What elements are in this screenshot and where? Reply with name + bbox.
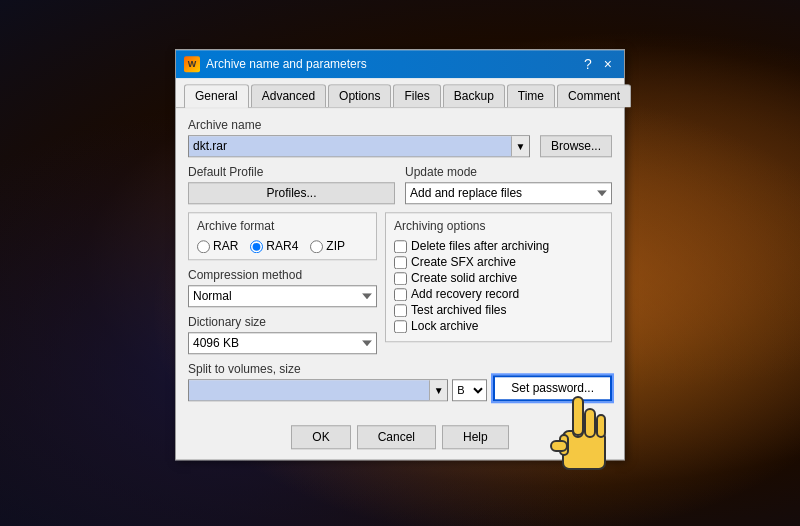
checkbox-sfx-archive[interactable]: Create SFX archive	[394, 255, 603, 269]
default-profile-label: Default Profile	[188, 165, 395, 179]
dialog-body: Archive name ▼ Browse... Default Profile…	[176, 108, 624, 419]
profile-update-row: Default Profile Profiles... Update mode …	[188, 165, 612, 204]
cancel-button[interactable]: Cancel	[357, 425, 436, 449]
split-volumes-input[interactable]	[189, 380, 429, 400]
split-volumes-row: ▼ B KB MB GB	[188, 379, 487, 401]
checkbox-solid-archive[interactable]: Create solid archive	[394, 271, 603, 285]
title-bar: W Archive name and parameters ? ×	[176, 50, 624, 78]
archiving-options-box: Archiving options Delete files after arc…	[385, 212, 612, 342]
split-volumes-input-wrapper[interactable]: ▼	[188, 379, 448, 401]
help-button[interactable]: Help	[442, 425, 509, 449]
archiving-options-title: Archiving options	[394, 219, 603, 233]
archive-format-title: Archive format	[197, 219, 368, 233]
tab-options[interactable]: Options	[328, 84, 391, 107]
archive-format-radios: RAR RAR4 ZIP	[197, 239, 368, 253]
close-title-button[interactable]: ×	[600, 57, 616, 71]
browse-button[interactable]: Browse...	[540, 135, 612, 157]
checkbox-delete-files[interactable]: Delete files after archiving	[394, 239, 603, 253]
tab-general[interactable]: General	[184, 84, 249, 108]
radio-rar4[interactable]: RAR4	[250, 239, 298, 253]
compression-method-label: Compression method	[188, 268, 377, 282]
archive-name-dropdown[interactable]: ▼	[511, 136, 529, 156]
tab-files[interactable]: Files	[393, 84, 440, 107]
radio-rar[interactable]: RAR	[197, 239, 238, 253]
tabs-container: General Advanced Options Files Backup Ti…	[176, 78, 624, 108]
archive-name-label: Archive name	[188, 118, 530, 132]
tab-backup[interactable]: Backup	[443, 84, 505, 107]
archive-name-field[interactable]: ▼	[188, 135, 530, 157]
ok-button[interactable]: OK	[291, 425, 350, 449]
dialog-title: Archive name and parameters	[206, 57, 367, 71]
format-options-row: Archive format RAR RAR4 ZIP	[188, 212, 612, 354]
split-volumes-dropdown[interactable]: ▼	[429, 380, 447, 400]
tab-time[interactable]: Time	[507, 84, 555, 107]
set-password-button[interactable]: Set password...	[493, 375, 612, 401]
checkbox-recovery-record[interactable]: Add recovery record	[394, 287, 603, 301]
profiles-button[interactable]: Profiles...	[188, 182, 395, 204]
update-mode-select[interactable]: Add and replace files Update and add fil…	[405, 182, 612, 204]
archive-name-row: Archive name ▼ Browse...	[188, 118, 612, 157]
checkbox-test-files[interactable]: Test archived files	[394, 303, 603, 317]
dialog-footer: OK Cancel Help	[176, 419, 624, 459]
dialog: W Archive name and parameters ? × Genera…	[175, 49, 625, 460]
tab-advanced[interactable]: Advanced	[251, 84, 326, 107]
archive-format-box: Archive format RAR RAR4 ZIP	[188, 212, 377, 260]
help-title-button[interactable]: ?	[580, 57, 596, 71]
checkbox-lock-archive[interactable]: Lock archive	[394, 319, 603, 333]
update-mode-label: Update mode	[405, 165, 612, 179]
split-volumes-label: Split to volumes, size	[188, 362, 487, 376]
radio-zip[interactable]: ZIP	[310, 239, 345, 253]
dictionary-size-select[interactable]: 128 KB 256 KB 512 KB 1024 KB 2048 KB 409…	[188, 332, 377, 354]
compression-method-select[interactable]: Store Fastest Fast Normal Good Best	[188, 285, 377, 307]
dictionary-size-label: Dictionary size	[188, 315, 377, 329]
app-icon: W	[184, 56, 200, 72]
tab-comment[interactable]: Comment	[557, 84, 631, 107]
archive-name-input[interactable]	[189, 136, 511, 156]
bottom-row: Split to volumes, size ▼ B KB MB GB Set …	[188, 362, 612, 401]
split-unit-select[interactable]: B KB MB GB	[452, 379, 487, 401]
